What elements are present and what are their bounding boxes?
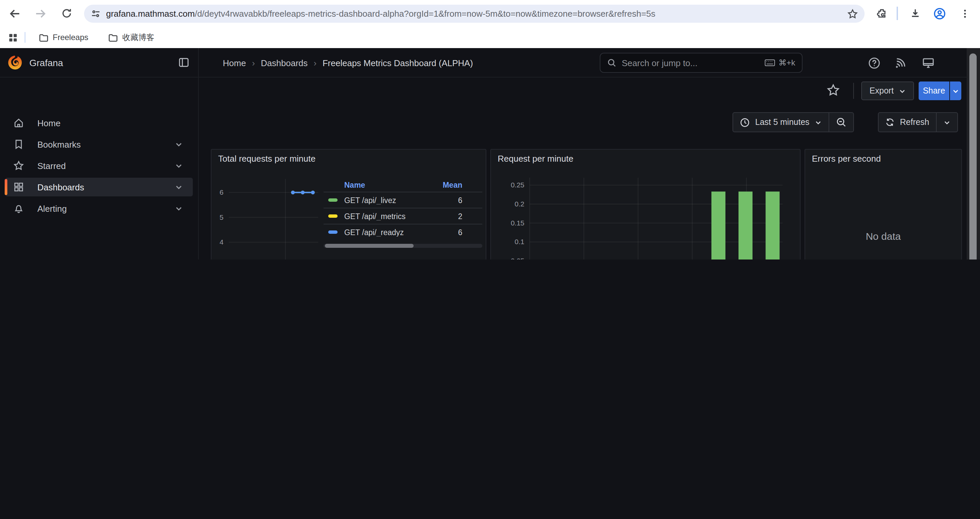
bookmarks-divider — [25, 32, 25, 43]
menu-kebab-icon[interactable] — [957, 5, 973, 21]
search-input[interactable]: Search or jump to... ⌘+k — [600, 53, 803, 73]
series-get-api-readyz — [291, 191, 315, 194]
extensions-icon[interactable] — [874, 5, 890, 21]
url-bar[interactable]: grafana.mathmast.com/d/deytv4rwavabkb/fr… — [84, 5, 865, 23]
legend-series-pill — [328, 198, 337, 202]
legend-series-pill — [328, 230, 337, 234]
refresh-controls-group: Refresh — [878, 112, 958, 132]
search-placeholder: Search or jump to... — [622, 58, 759, 68]
toolbar-divider — [897, 7, 897, 20]
search-icon — [607, 58, 616, 67]
news-rss-icon[interactable] — [893, 56, 908, 70]
grafana-topnav: Home › Dashboards › Freeleaps Metrics Da… — [199, 48, 980, 77]
sidebar-item-starred[interactable]: Starred — [5, 156, 193, 175]
favorite-star-icon[interactable] — [827, 83, 841, 98]
mega-menu: Home Bookmarks Starred — [0, 77, 199, 260]
bell-icon — [13, 203, 24, 214]
panel-errors-per-second: Errors per second No data — [805, 149, 962, 260]
share-menu-caret[interactable] — [950, 81, 961, 100]
chevron-down-icon — [943, 118, 951, 126]
screen: grafana.mathmast.com/d/deytv4rwavabkb/fr… — [0, 0, 980, 260]
svg-text:5: 5 — [220, 213, 223, 221]
chart-svg: 00.050.10.150.20.2517:37:0017:38:0017:39… — [491, 150, 800, 260]
download-icon[interactable] — [907, 5, 923, 21]
legend-table: NameMeanGET /api/_livez6GET /api/_metric… — [323, 178, 482, 248]
no-data-message: No data — [805, 150, 961, 260]
refresh-icon — [885, 118, 895, 127]
legend-value: 2 — [422, 212, 462, 220]
breadcrumb-current: Freeleaps Metrics Dashboard (ALPHA) — [323, 58, 473, 68]
forward-icon[interactable] — [32, 5, 48, 21]
dashboard-actions-row: Export Share — [199, 77, 980, 104]
vertical-scrollbar-thumb[interactable] — [969, 53, 977, 260]
share-button[interactable]: Share — [919, 81, 949, 100]
folder-icon — [108, 32, 118, 42]
legend-col-name[interactable]: Name — [344, 181, 422, 189]
dock-menu-icon[interactable] — [178, 57, 189, 68]
sidebar-item-alerting[interactable]: Alerting — [5, 199, 193, 218]
refresh-interval-caret[interactable] — [937, 113, 957, 132]
legend-series-name[interactable]: GET /api/_metrics — [344, 212, 422, 220]
chevron-down-icon — [898, 87, 905, 94]
bookmarks-bar: Freeleaps 收藏博客 — [0, 27, 980, 48]
legend-row[interactable]: GET /api/_metrics2 — [323, 208, 482, 224]
browser-toolbar: grafana.mathmast.com/d/deytv4rwavabkb/fr… — [0, 0, 980, 27]
breadcrumb-dashboards[interactable]: Dashboards — [261, 58, 307, 68]
svg-text:0.05: 0.05 — [511, 257, 524, 260]
apps-grid-icon[interactable] — [8, 32, 18, 42]
chevron-down-icon[interactable] — [174, 140, 183, 149]
panel-total-requests-per-minute: Total requests per minute 2345617:40 Nam… — [211, 149, 486, 260]
chevron-down-icon[interactable] — [174, 204, 183, 213]
bookmark-folder-blogs[interactable]: 收藏博客 — [103, 30, 160, 45]
search-shortcut: ⌘+k — [765, 58, 795, 67]
bookmark-icon — [13, 139, 24, 150]
keyboard-icon — [765, 59, 775, 67]
legend-series-name[interactable]: GET /api/_readyz — [344, 228, 422, 236]
actions-divider — [853, 83, 854, 99]
time-range-picker[interactable]: Last 5 minutes — [733, 113, 829, 132]
legend-value: 6 — [422, 196, 462, 204]
url-text: grafana.mathmast.com/d/deytv4rwavabkb/fr… — [106, 9, 847, 19]
sidebar-item-dashboards[interactable]: Dashboards — [5, 178, 193, 196]
sidebar-item-bookmarks[interactable]: Bookmarks — [5, 135, 193, 153]
bookmark-folder-label: 收藏博客 — [123, 32, 154, 43]
svg-text:0.15: 0.15 — [511, 219, 524, 227]
legend-scrollbar-track[interactable] — [323, 244, 482, 248]
clock-icon — [740, 117, 750, 127]
grafana-app: Grafana Home › Dashboards › Freeleaps Me… — [0, 48, 980, 260]
help-icon[interactable] — [867, 56, 881, 70]
series-2xx — [711, 192, 780, 260]
grafana-logo-icon[interactable] — [7, 55, 23, 70]
svg-text:4: 4 — [220, 238, 223, 246]
site-settings-icon[interactable] — [91, 9, 101, 19]
brand-name[interactable]: Grafana — [29, 57, 178, 68]
back-icon[interactable] — [7, 5, 23, 21]
request-per-minute-chart-canvas[interactable]: 00.050.10.150.20.2517:37:0017:38:0017:39… — [491, 150, 800, 260]
bookmark-star-icon[interactable] — [847, 8, 858, 19]
zoom-out-button[interactable] — [830, 113, 854, 132]
chevron-down-icon[interactable] — [174, 182, 183, 192]
legend-row[interactable]: GET /api/_readyz6 — [323, 224, 482, 240]
legend-series-name[interactable]: GET /api/_livez — [344, 196, 422, 204]
sidebar-item-home[interactable]: Home — [5, 113, 193, 132]
chevron-right-icon: › — [252, 58, 255, 68]
legend-row[interactable]: GET /api/_livez6 — [323, 192, 482, 208]
breadcrumb-home[interactable]: Home — [223, 58, 246, 68]
profile-icon[interactable] — [931, 5, 947, 21]
grafana-header-left: Grafana — [0, 48, 199, 77]
panel-request-per-minute: Request per minute 00.050.10.150.20.2517… — [490, 149, 800, 260]
chevron-down-icon — [952, 87, 959, 94]
bookmark-folder-freeleaps[interactable]: Freeleaps — [33, 30, 94, 45]
chevron-right-icon: › — [313, 58, 317, 68]
legend-scrollbar-thumb[interactable] — [325, 244, 414, 248]
monitor-icon[interactable] — [921, 56, 935, 70]
export-button[interactable]: Export — [861, 81, 914, 100]
folder-icon — [39, 32, 49, 42]
legend-col-mean[interactable]: Mean — [422, 181, 462, 189]
refresh-button[interactable]: Refresh — [878, 113, 936, 132]
bookmark-folder-label: Freeleaps — [53, 33, 88, 42]
chevron-down-icon[interactable] — [174, 161, 183, 170]
reload-icon[interactable] — [59, 5, 75, 21]
legend-series-pill — [328, 214, 337, 218]
time-controls-group: Last 5 minutes — [732, 112, 854, 132]
